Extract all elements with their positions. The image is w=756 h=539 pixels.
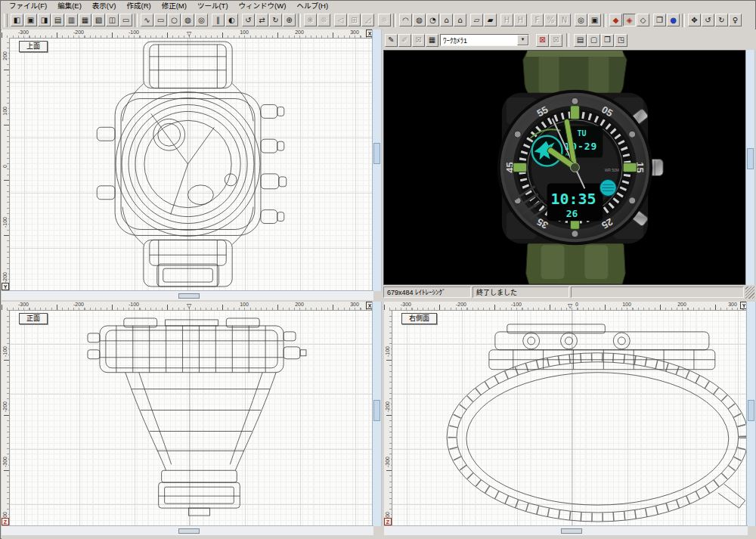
rect-tool-icon[interactable]: ▭ [154,14,167,26]
image-window-icon[interactable]: ▦ [79,14,91,26]
lathe-tool-icon[interactable]: ◍ [413,14,426,26]
preview-render-icon[interactable]: ● [667,14,680,26]
mirror-tool-icon[interactable]: ⇄ [256,14,268,26]
render-vscrollbar[interactable] [745,50,755,285]
side-view-canvas[interactable]: 右側面 [392,310,748,526]
pan-view-icon[interactable]: ✥ [688,14,701,26]
scroll-thumb[interactable] [748,400,754,421]
shade3d-application-window: ファイル(F)編集(E)表示(V)作成(R)修正(M)ツール(T)ウィンドウ(W… [0,0,756,539]
round-tool-icon[interactable]: ❋ [304,14,317,26]
orbit-view-icon[interactable]: ↺ [702,14,714,26]
hatch-tool-icon[interactable]: ∥ [212,14,225,26]
resize-grip[interactable] [745,287,754,299]
material-window-icon[interactable]: ▧ [92,14,105,26]
figure-window-icon[interactable]: ◧ [11,14,23,26]
print-icon[interactable]: ❒ [601,34,614,47]
print-preview-icon[interactable]: ◳ [615,34,627,47]
curve-tool-icon[interactable]: ∿ [141,14,153,26]
scroll-thumb[interactable] [178,528,200,534]
viewport-label: 正面 [19,313,48,324]
top-view-canvas[interactable]: 上面 [9,38,373,291]
render-image-icon[interactable]: ▣ [588,14,601,26]
stop-render-icon[interactable]: ⊠ [412,34,425,47]
icon-glyph: ◁ [338,16,344,24]
handle-v-icon[interactable]: H [514,14,527,26]
circle-tool-icon[interactable]: ○ [168,14,181,26]
top-view-vscrollbar[interactable] [372,29,382,291]
clear-image-icon[interactable]: ⊠ [536,34,549,47]
move-point-icon[interactable]: ◁ [334,14,347,26]
smooth-tool-icon[interactable]: ❊ [318,14,330,26]
normal-icon[interactable]: N [558,14,571,26]
wr-label: WR 50M [605,168,619,172]
rotate-tool-icon[interactable]: ↺ [242,14,255,26]
render-region-icon[interactable]: ▢ [587,34,600,47]
icon-glyph: ◳ [618,36,624,44]
camera-select[interactable]: ﾜｰｸｶﾒﾗ1 ▼ [440,34,529,46]
scroll-thumb[interactable] [373,400,380,421]
light-window-icon[interactable]: ▤ [51,14,64,26]
ruler-tick-label: 300 [349,302,360,308]
paste-part-icon[interactable]: ▰ [484,14,497,26]
zoom-light-icon[interactable]: ♀ [729,14,742,26]
shaded-view-icon[interactable]: ◈ [623,14,636,26]
icon-glyph: ◆ [613,16,619,24]
delete-point-icon[interactable]: ◿ [361,14,374,26]
menu-item[interactable]: ウィンドウ(W) [234,1,292,11]
menu-item[interactable]: 編集(E) [52,1,87,11]
boolean-tool-icon[interactable]: ⊕ [283,14,296,26]
menu-item[interactable]: 作成(R) [121,1,156,11]
handle-h-icon[interactable]: H [500,14,513,26]
menu-item[interactable]: ツール(T) [192,1,234,11]
script-window-icon[interactable]: ▭ [119,14,132,26]
wireframe-view-icon[interactable]: ◇ [637,14,649,26]
solid-view-icon[interactable]: ◆ [609,14,622,26]
side-view-hscrollbar[interactable] [384,525,748,535]
toolbar-grip[interactable] [4,14,8,27]
combo-dropdown-icon[interactable]: ▼ [517,35,528,45]
icon-glyph: ● [670,16,677,24]
icon-glyph: F [535,16,540,24]
copy-part-icon[interactable]: ▱ [470,14,483,26]
sweep-tool-icon[interactable]: ⌂ [440,14,453,26]
render-settings-icon[interactable]: ◎ [575,14,587,26]
menu-item[interactable]: 修正(M) [156,1,192,11]
menu-item[interactable]: ヘルプ(H) [291,1,333,11]
camera-window-icon[interactable]: ◨ [38,14,51,26]
side-view-vscrollbar[interactable] [746,302,756,526]
formula-icon[interactable]: F [531,14,544,26]
browser-window-icon[interactable]: ◫ [106,14,119,26]
ratio-icon[interactable]: % [544,14,557,26]
scroll-thumb[interactable] [178,293,200,299]
fillet-tool-icon[interactable]: ◠ [399,14,412,26]
front-view-canvas[interactable]: 正面 [9,310,373,526]
top-view-hscrollbar[interactable] [2,290,373,300]
scroll-thumb[interactable] [561,528,582,534]
save-image-icon[interactable]: ▤ [574,34,587,47]
menu-item[interactable]: 表示(V) [87,1,122,11]
shade-tool-icon[interactable]: ◐ [225,14,238,26]
continue-render-icon[interactable]: ✐ [398,34,411,47]
revolve-tool-icon[interactable]: ◔ [426,14,439,26]
disk-tool-icon[interactable]: ◎ [195,14,208,26]
weld-point-icon[interactable]: ⊞ [348,14,361,26]
edit-render-icon[interactable]: ✎ [385,34,398,47]
icon-glyph: ◎ [198,16,205,24]
twist-tool-icon[interactable]: ↻ [269,14,282,26]
render-options-icon[interactable]: ▦ [426,34,438,47]
window-mode-icon[interactable]: ❐ [653,14,666,26]
menu-item[interactable]: ファイル(F) [4,1,52,11]
roll-view-icon[interactable]: ↻ [715,14,728,26]
clear-all-icon[interactable]: ⊠ [550,34,562,47]
measure-window-icon[interactable]: ▥ [65,14,78,26]
front-view-hscrollbar[interactable] [2,525,373,535]
toolbar-separator [393,14,396,27]
scroll-thumb[interactable] [373,143,380,164]
sphere-tool-icon[interactable]: ◍ [181,14,194,26]
scroll-thumb[interactable] [747,148,754,169]
shape-edit-window-icon[interactable]: ▣ [24,14,37,26]
icon-glyph: ▥ [68,16,75,24]
snap-icon[interactable]: ☼ [378,14,391,26]
front-view-vscrollbar[interactable] [372,302,382,526]
loft-tool-icon[interactable]: ⌂ [454,14,466,26]
